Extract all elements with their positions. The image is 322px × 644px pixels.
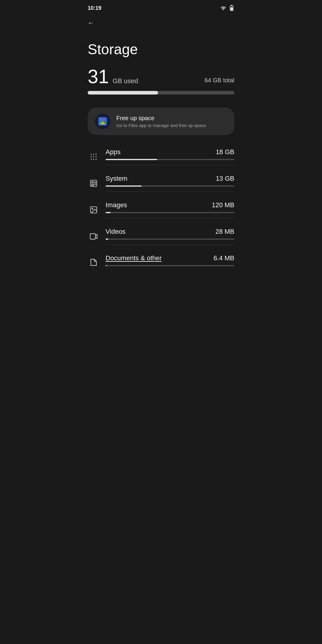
videos-item-content: Videos 28 MB [106,228,234,245]
storage-item-images[interactable]: Images 120 MB [80,195,242,222]
storage-item-videos[interactable]: Videos 28 MB [80,222,242,248]
svg-point-24 [92,208,93,209]
images-item-content: Images 120 MB [106,201,234,218]
svg-point-7 [101,119,104,122]
free-up-title: Free up space [116,115,227,122]
storage-item-system[interactable]: System 13 GB [80,169,242,195]
free-up-subtitle: Go to Files app to manage and free up sp… [116,123,227,128]
back-arrow-icon: ← [88,19,94,27]
apps-icon [88,151,100,163]
system-item-content: System 13 GB [106,175,234,192]
free-up-text: Free up space Go to Files app to manage … [116,115,227,128]
storage-used-number: 31 [88,66,109,87]
system-icon [88,177,100,189]
page-title: Storage [80,32,242,60]
documents-label: Documents & other [106,254,162,262]
storage-bar-fill [88,91,158,95]
svg-point-9 [93,154,94,155]
svg-point-10 [95,154,97,155]
svg-point-16 [95,159,97,160]
images-label: Images [106,201,127,209]
apps-bar [106,159,234,160]
status-time: 10:19 [88,5,101,11]
documents-bar-fill [106,265,107,266]
svg-rect-1 [231,5,232,6]
svg-rect-18 [92,182,93,183]
storage-item-apps[interactable]: Apps 18 GB [80,142,242,169]
images-bar-fill [106,212,111,213]
documents-item-content: Documents & other 6.4 MB [106,254,234,271]
images-bar [106,212,234,213]
wifi-icon [220,6,227,10]
images-size: 120 MB [212,201,234,209]
battery-icon: ⚡ [229,5,234,11]
videos-bar-fill [106,239,108,240]
files-icon-svg [97,116,108,127]
svg-point-12 [93,156,94,157]
files-app-icon [95,114,110,129]
system-label: System [106,175,127,182]
back-button[interactable]: ← [80,14,101,32]
documents-icon [88,257,100,269]
storage-item-documents[interactable]: Documents & other 6.4 MB [80,248,242,275]
storage-used-label: GB used [113,77,138,85]
svg-point-15 [93,159,94,160]
apps-size: 18 GB [216,148,234,156]
videos-label: Videos [106,228,126,236]
svg-point-11 [91,156,92,157]
documents-size: 6.4 MB [213,254,234,262]
videos-size: 28 MB [215,228,234,236]
storage-items-list: Apps 18 GB System 13 GB [80,140,242,277]
apps-item-content: Apps 18 GB [106,148,234,165]
free-up-space-card[interactable]: Free up space Go to Files app to manage … [88,108,234,135]
svg-text:⚡: ⚡ [230,7,233,10]
apps-bar-fill [106,159,157,160]
system-size: 13 GB [216,175,234,182]
system-bar [106,185,234,187]
svg-rect-25 [90,233,95,239]
apps-label: Apps [106,148,120,156]
videos-bar [106,239,234,240]
documents-bar [106,265,234,266]
storage-bar [88,91,234,95]
videos-icon [88,230,100,242]
svg-point-14 [91,159,92,160]
storage-summary: 31 GB used 64 GB total [80,60,242,103]
svg-point-8 [91,154,92,155]
svg-point-13 [95,156,97,157]
status-icons: ⚡ [220,5,234,11]
storage-total-label: 64 GB total [205,77,234,86]
images-icon [88,204,100,216]
status-bar: 10:19 ⚡ [80,0,242,14]
system-bar-fill [106,185,142,187]
